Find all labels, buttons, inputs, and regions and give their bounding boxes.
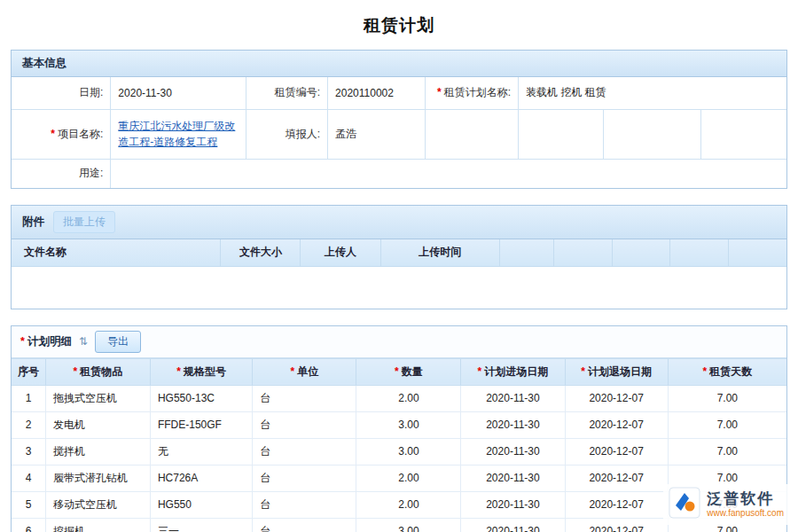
table-row[interactable]: 3 搅拌机 无 台 3.00 2020-11-30 2020-12-07 7.0… [12, 438, 786, 465]
cell-quantity: 2.00 [356, 385, 461, 411]
att-col-empty [500, 239, 554, 266]
required-asterisk: * [51, 128, 55, 140]
page: 租赁计划 基本信息 日期: 2020-11-30 租赁编号: 202011000… [0, 0, 798, 532]
cell-quantity: 3.00 [356, 518, 461, 532]
col-header-entry-date: *计划进场日期 [461, 358, 565, 385]
required-asterisk: * [478, 365, 482, 378]
watermark-url: www.fanpusoft.com [707, 508, 784, 519]
col-header-exit-date: *计划退场日期 [565, 358, 668, 385]
basic-info-panel: 基本信息 日期: 2020-11-30 租赁编号: 2020110002 *租赁… [11, 50, 787, 189]
att-col-filesize: 文件大小 [221, 239, 301, 266]
col-header-spec-model: *规格型号 [150, 358, 252, 385]
att-col-empty [612, 239, 670, 266]
cell-index: 6 [12, 518, 45, 532]
required-asterisk: * [20, 335, 25, 348]
cell-entry-date: 2020-11-30 [461, 411, 565, 438]
project-link[interactable]: 重庆江北污水处理厂级改造工程-道路修复工程 [118, 120, 235, 148]
cell-entry-date: 2020-11-30 [461, 385, 565, 411]
cell-rent-item: 移动式空压机 [45, 491, 150, 518]
col-header-rent-item: *租赁物品 [45, 358, 150, 385]
required-asterisk: * [581, 365, 585, 378]
att-col-uploadtime: 上传时间 [380, 239, 500, 266]
plan-name-value: 装载机 挖机 租赁 [519, 77, 786, 109]
purpose-value [111, 159, 786, 188]
plan-detail-title: 计划明细 [27, 335, 72, 348]
attachments-header: 附件 批量上传 [12, 206, 786, 239]
cell-unit: 台 [253, 465, 356, 491]
plan-detail-toolbar: *计划明细 ⇅ 导出 [12, 326, 786, 358]
cell-quantity: 2.00 [356, 465, 461, 491]
att-col-empty [728, 239, 786, 266]
project-label: *项目名称: [12, 109, 111, 159]
cell-exit-date: 2020-12-07 [565, 491, 668, 518]
att-col-filename: 文件名称 [12, 239, 221, 266]
export-button[interactable]: 导出 [95, 331, 141, 353]
col-header-unit: *单位 [253, 358, 356, 385]
cell-rent-item: 挖掘机 [45, 518, 150, 532]
cell-entry-date: 2020-11-30 [461, 438, 565, 465]
cell-spec-model: 三一 [150, 518, 252, 532]
fanpu-logo-icon [669, 487, 700, 522]
table-row[interactable]: 1 拖拽式空压机 HG550-13C 台 2.00 2020-11-30 202… [12, 385, 786, 411]
basic-info-title: 基本信息 [22, 56, 66, 71]
empty-cell [519, 109, 604, 159]
date-value: 2020-11-30 [111, 77, 246, 109]
date-label: 日期: [12, 77, 111, 109]
cell-index: 1 [12, 385, 45, 411]
watermark: 泛普软件 www.fanpusoft.com [663, 484, 789, 525]
reporter-label: 填报人: [246, 109, 328, 159]
rental-no-label: 租赁编号: [246, 77, 328, 109]
cell-rent-item: 搅拌机 [45, 438, 150, 465]
cell-unit: 台 [253, 411, 356, 438]
col-header-quantity: *数量 [356, 358, 461, 385]
required-asterisk: * [291, 365, 295, 378]
cell-index: 2 [12, 411, 45, 438]
empty-cell [604, 109, 701, 159]
cell-exit-date: 2020-12-07 [565, 438, 668, 465]
empty-cell [426, 109, 519, 159]
batch-upload-button[interactable]: 批量上传 [53, 211, 115, 233]
empty-cell [701, 109, 786, 159]
cell-quantity: 3.00 [356, 411, 461, 438]
attachments-empty-body [12, 267, 786, 309]
required-asterisk: * [74, 365, 78, 378]
cell-entry-date: 2020-11-30 [461, 465, 565, 491]
cell-unit: 台 [253, 385, 356, 411]
basic-info-header: 基本信息 [12, 51, 786, 77]
basic-info-form: 日期: 2020-11-30 租赁编号: 2020110002 *租赁计划名称:… [12, 77, 786, 188]
sort-icon[interactable]: ⇅ [79, 335, 88, 348]
project-value-cell: 重庆江北污水处理厂级改造工程-道路修复工程 [111, 109, 246, 159]
att-col-empty [670, 239, 729, 266]
att-col-empty [554, 239, 613, 266]
cell-index: 5 [12, 491, 45, 518]
cell-quantity: 2.00 [356, 491, 461, 518]
purpose-label: 用途: [12, 159, 111, 188]
plan-name-label: *租赁计划名称: [426, 77, 519, 109]
cell-unit: 台 [253, 518, 356, 532]
cell-exit-date: 2020-12-07 [565, 518, 668, 532]
table-row[interactable]: 2 发电机 FFDE-150GF 台 3.00 2020-11-30 2020-… [12, 411, 786, 438]
cell-exit-date: 2020-12-07 [565, 465, 668, 491]
attachments-title: 附件 [22, 215, 44, 230]
col-header-index: 序号 [12, 358, 45, 385]
required-asterisk: * [703, 365, 708, 378]
cell-rent-days: 7.00 [668, 411, 786, 438]
cell-rent-days: 7.00 [668, 438, 786, 465]
cell-spec-model: HC726A [150, 465, 252, 491]
cell-exit-date: 2020-12-07 [565, 385, 668, 411]
cell-spec-model: HG550-13C [150, 385, 252, 411]
cell-entry-date: 2020-11-30 [461, 518, 565, 532]
col-header-rent-days: *租赁天数 [668, 358, 786, 385]
cell-spec-model: FFDE-150GF [150, 411, 252, 438]
cell-unit: 台 [253, 438, 356, 465]
cell-rent-days: 7.00 [668, 385, 786, 411]
cell-rent-item: 履带式潜孔钻机 [45, 465, 150, 491]
required-asterisk: * [437, 86, 442, 98]
cell-unit: 台 [253, 491, 356, 518]
attachments-table: 文件名称 文件大小 上传人 上传时间 [12, 239, 786, 267]
page-title: 租赁计划 [11, 9, 787, 50]
attachments-panel: 附件 批量上传 文件名称 文件大小 上传人 上传时间 [11, 205, 787, 309]
reporter-value: 孟浩 [328, 109, 426, 159]
cell-entry-date: 2020-11-30 [461, 491, 565, 518]
cell-index: 4 [12, 465, 45, 491]
